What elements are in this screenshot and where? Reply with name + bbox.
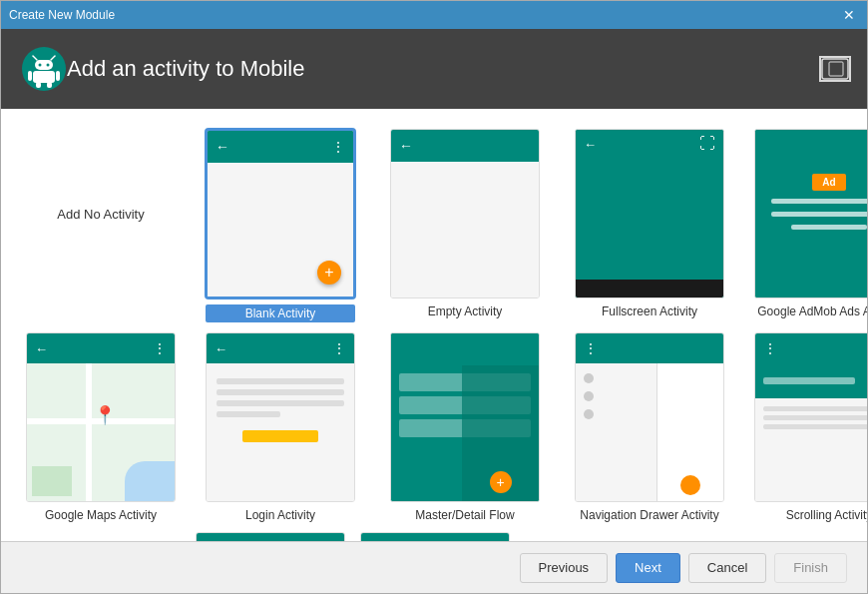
back-arrow-icon-login2: ← — [369, 539, 383, 541]
activity-item-login2[interactable]: ← ⋮ Login Activity — [360, 532, 510, 541]
fullscreen-activity-thumb: ← ⛶ — [575, 129, 724, 298]
device-preview-icon[interactable] — [819, 56, 851, 82]
header-title: Add an activity to Mobile — [67, 56, 304, 82]
activity-item-master[interactable]: + Master/Detail Flow — [380, 332, 550, 522]
scrolling-activity-label: Scrolling Activity — [786, 508, 867, 522]
title-bar: Create New Module ✕ — [1, 1, 867, 29]
master-activity-label: Master/Detail Flow — [415, 508, 514, 522]
android-logo-icon — [21, 46, 67, 92]
admob-activity-thumb: Ad — [754, 129, 867, 298]
more-options-icon-google: ⋮ — [322, 539, 336, 541]
back-arrow-icon: ← — [216, 139, 229, 155]
activity-item-navdrawer[interactable]: ⋮ Nav — [565, 332, 734, 522]
activity-item-fullscreen[interactable]: ← ⛶ Fullscreen Activity — [565, 129, 734, 322]
login-bar: ← ⋮ — [207, 333, 354, 363]
blank-activity-label: Blank Activity — [206, 304, 355, 322]
no-activity-label: Add No Activity — [57, 207, 144, 222]
login-activity-thumb: ← ⋮ — [206, 332, 355, 502]
previous-button[interactable]: Previous — [520, 553, 609, 583]
main-window: Create New Module ✕ — [0, 0, 868, 594]
cancel-button[interactable]: Cancel — [688, 553, 766, 583]
activity-item-empty[interactable]: ← Empty Activity — [380, 129, 550, 322]
activity-grid-container: Add No Activity ← ⋮ + Blank Activity — [1, 109, 867, 541]
activity-item-admob[interactable]: Ad Google AdMob Ads Activity — [749, 129, 867, 322]
svg-rect-12 — [829, 62, 843, 76]
activity-grid: Add No Activity ← ⋮ + Blank Activity — [21, 119, 847, 532]
ad-content-line3 — [791, 225, 867, 230]
fullscreen-activity-label: Fullscreen Activity — [602, 304, 697, 318]
svg-point-5 — [47, 64, 50, 67]
maps-activity-thumb: ← ⋮ 📍 — [26, 332, 176, 502]
footer: Previous Next Cancel Finish — [1, 541, 867, 593]
ad-content-line2 — [771, 212, 867, 217]
master-activity-thumb: + — [390, 332, 540, 502]
activity-item-login[interactable]: ← ⋮ Login Activity — [196, 332, 365, 522]
svg-rect-8 — [56, 71, 60, 81]
navdrawer-activity-label: Navigation Drawer Activity — [580, 508, 718, 522]
ad-content-line — [771, 199, 867, 204]
close-button[interactable]: ✕ — [839, 7, 859, 23]
activity-item-scrolling[interactable]: ⋮ Scrolling Activity — [749, 332, 867, 522]
back-arrow-icon-google: ← — [205, 539, 218, 541]
ad-badge: Ad — [812, 174, 845, 191]
expand-icon: ⛶ — [699, 135, 715, 153]
activity-item-maps[interactable]: ← ⋮ 📍 Google Maps Activity — [21, 332, 181, 522]
finish-button[interactable]: Finish — [774, 553, 847, 583]
svg-rect-10 — [47, 82, 52, 88]
activity-item-blank[interactable]: ← ⋮ + Blank Activity — [196, 129, 365, 322]
maps-bar: ← ⋮ — [27, 333, 175, 363]
title-bar-text: Create New Module — [9, 8, 839, 22]
map-pin-icon: 📍 — [94, 404, 116, 426]
navdrawer-activity-thumb: ⋮ — [575, 332, 724, 502]
empty-activity-label: Empty Activity — [428, 304, 503, 318]
empty-activity-thumb: ← — [390, 129, 540, 298]
more-options-icon: ⋮ — [331, 139, 345, 155]
admob-activity-label: Google AdMob Ads Activity — [757, 304, 867, 318]
back-arrow-icon-empty: ← — [399, 138, 413, 154]
activity-item-no-activity[interactable]: Add No Activity — [21, 129, 181, 322]
maps-activity-label: Google Maps Activity — [45, 508, 157, 522]
google-activity-thumb: ← ⋮ — [196, 532, 345, 541]
svg-rect-7 — [28, 71, 32, 81]
svg-rect-6 — [33, 71, 55, 83]
fab-icon: + — [317, 261, 341, 285]
header: Add an activity to Mobile — [1, 29, 867, 109]
next-button[interactable]: Next — [616, 553, 680, 583]
svg-point-4 — [39, 64, 42, 67]
activity-item-google[interactable]: ← ⋮ Google Activity — [196, 532, 345, 541]
svg-rect-9 — [36, 82, 41, 88]
blank-activity-thumb: ← ⋮ + — [206, 129, 355, 298]
svg-rect-3 — [35, 60, 53, 70]
more-options-icon-login2: ⋮ — [487, 539, 501, 541]
scrolling-activity-thumb: ⋮ — [754, 332, 867, 502]
login-activity-label: Login Activity — [245, 508, 315, 522]
login-activity2-thumb: ← ⋮ — [360, 532, 510, 541]
